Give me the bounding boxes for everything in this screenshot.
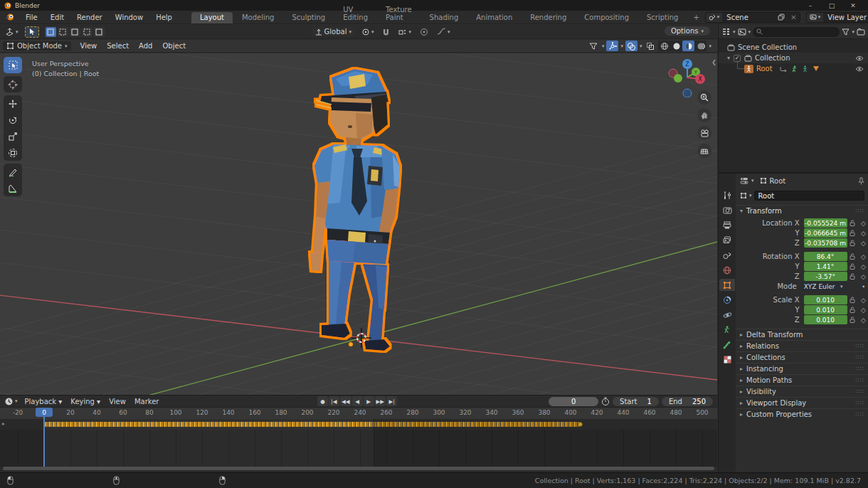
tool-annotate[interactable]	[4, 164, 22, 180]
tab-tool[interactable]	[719, 189, 735, 201]
xray-toggle[interactable]	[644, 41, 656, 51]
scale-x-value[interactable]: 0.010	[804, 295, 847, 304]
jump-to-start-button[interactable]: |◀	[329, 396, 339, 406]
timeline-tracks[interactable]: ▸	[0, 419, 717, 467]
scene-browse-button[interactable]: ▾	[706, 13, 723, 22]
scale-y-keyframe-icon[interactable]: ◇	[858, 307, 868, 314]
outliner-row-root[interactable]: Root	[719, 63, 868, 74]
mode-selector[interactable]: Object Mode ▾	[3, 41, 71, 51]
active-tool-select-box[interactable]	[25, 26, 39, 38]
tab-scene[interactable]	[719, 249, 735, 261]
location-z-lock-icon[interactable]	[847, 240, 858, 246]
menu-file[interactable]: File	[19, 11, 44, 23]
auto-keying-button[interactable]: ●	[317, 396, 328, 406]
location-y-value[interactable]: -0.066645 m	[804, 228, 847, 238]
workspace-tab-rendering[interactable]: Rendering	[522, 12, 575, 23]
options-dropdown[interactable]: Options ▾	[665, 26, 710, 36]
timeline-menu-view[interactable]: View	[105, 398, 130, 405]
workspace-tab-uv-editing[interactable]: UV Editing	[334, 4, 376, 23]
name-object-icon[interactable]	[740, 192, 747, 199]
timeline-scrollbar[interactable]	[3, 467, 714, 470]
minimize-button[interactable]: –	[800, 0, 821, 11]
filter-id-chevron[interactable]: ▾	[748, 29, 751, 35]
menu-help[interactable]: Help	[149, 11, 179, 23]
shading-chevron[interactable]: ▾	[709, 43, 711, 49]
close-button[interactable]: ✕	[842, 0, 864, 11]
jump-to-end-button[interactable]: ▶|	[386, 396, 397, 406]
section-visibility[interactable]: ▸Visibility∷∷	[736, 386, 868, 397]
timeline-editor-chevron[interactable]: ▾	[15, 398, 18, 404]
location-z-value[interactable]: -0.035708 m	[804, 238, 847, 248]
rotation-y-keyframe-icon[interactable]: ◇	[858, 263, 868, 270]
shading-wireframe-button[interactable]	[658, 41, 670, 51]
filter-funnel-icon[interactable]	[842, 28, 850, 36]
collection-expand-arrow[interactable]: ▾	[727, 55, 730, 61]
properties-editor-type-icon[interactable]	[740, 177, 748, 184]
object-name-input[interactable]: Root	[754, 191, 864, 201]
view-layer-name[interactable]: View Layer	[823, 14, 868, 21]
timeline-menu-playback[interactable]: Playback ▾	[21, 398, 67, 405]
play-button[interactable]: ▶	[364, 396, 374, 406]
editor-type-selector[interactable]: ▾	[3, 26, 21, 38]
select-mode-paint[interactable]	[94, 27, 105, 37]
workspace-tab-layout[interactable]: Layout	[191, 12, 233, 23]
scene-name[interactable]: Scene	[722, 14, 775, 21]
location-y-keyframe-icon[interactable]: ◇	[858, 230, 868, 237]
breadcrumb-object-name[interactable]: Root	[770, 177, 786, 185]
zoom-button[interactable]	[697, 90, 711, 105]
sidebar-collapse-arrow[interactable]: ❮	[711, 59, 716, 65]
tool-select-box[interactable]	[4, 57, 22, 73]
end-frame-field[interactable]: End 250	[662, 397, 713, 406]
character-model[interactable]	[0, 53, 717, 395]
tab-texture[interactable]	[719, 354, 735, 366]
transform-orientation-dropdown[interactable]: Global ▾	[312, 27, 355, 36]
current-frame-field[interactable]: 0	[549, 397, 598, 406]
tool-transform[interactable]	[4, 144, 22, 161]
select-mode-tweak[interactable]	[46, 27, 56, 37]
scale-z-value[interactable]: 0.010	[804, 315, 847, 324]
tool-scale[interactable]	[4, 128, 22, 144]
snap-toggle[interactable]	[380, 26, 392, 38]
viewport-menu-select[interactable]: Select	[102, 42, 134, 50]
display-mode-chevron[interactable]: ▾	[733, 29, 736, 35]
timeline-editor-type-icon[interactable]	[4, 397, 14, 406]
rotation-x-keyframe-icon[interactable]: ◇	[858, 253, 868, 260]
new-collection-button[interactable]	[857, 28, 865, 36]
overlays-chevron[interactable]: ▾	[640, 43, 642, 49]
scale-x-keyframe-icon[interactable]: ◇	[858, 297, 868, 304]
tab-view-layer[interactable]	[719, 234, 735, 246]
workspace-tab-sculpting[interactable]: Sculpting	[283, 12, 334, 23]
location-x-value[interactable]: -0.055524 m	[804, 218, 847, 228]
tab-bone[interactable]	[719, 339, 735, 351]
rotation-z-keyframe-icon[interactable]: ◇	[858, 273, 868, 280]
workspace-tab-animation[interactable]: Animation	[467, 12, 521, 23]
rotation-y-lock-icon[interactable]	[847, 263, 858, 270]
play-reverse-button[interactable]: ◀	[352, 396, 363, 406]
tool-rotate[interactable]	[4, 112, 22, 128]
shading-material-button[interactable]	[682, 41, 694, 51]
blender-app-icon[interactable]	[0, 14, 19, 21]
snap-target-dropdown[interactable]: ▾	[396, 26, 413, 38]
timeline-menu-marker[interactable]: Marker	[130, 398, 164, 405]
scale-y-lock-icon[interactable]	[847, 307, 858, 313]
section-motion-paths[interactable]: ▸Motion Paths∷∷	[736, 374, 868, 386]
tab-render[interactable]	[719, 204, 735, 216]
root-visibility-eye-icon[interactable]	[855, 66, 864, 72]
outliner-row-scene-collection[interactable]: Scene Collection	[719, 42, 868, 53]
tool-measure[interactable]	[4, 180, 22, 196]
tab-constraints[interactable]	[719, 294, 735, 306]
show-overlays-toggle[interactable]	[625, 41, 637, 51]
scale-x-lock-icon[interactable]	[847, 297, 858, 303]
pin-icon[interactable]	[858, 177, 864, 185]
location-y-lock-icon[interactable]	[847, 230, 858, 236]
location-z-keyframe-icon[interactable]: ◇	[858, 240, 868, 247]
workspace-tab-scripting[interactable]: Scripting	[638, 12, 687, 23]
location-x-lock-icon[interactable]	[847, 220, 858, 226]
name-browse-chevron[interactable]: ▾	[749, 193, 752, 198]
workspace-tab-shading[interactable]: Shading	[421, 12, 467, 23]
proportional-falloff-dropdown[interactable]: ▾	[435, 26, 452, 38]
tool-move[interactable]	[4, 95, 22, 112]
prev-keyframe-button[interactable]: ◀◀	[340, 396, 351, 406]
scale-z-keyframe-icon[interactable]: ◇	[858, 317, 868, 324]
select-mode-circle[interactable]	[70, 27, 80, 37]
